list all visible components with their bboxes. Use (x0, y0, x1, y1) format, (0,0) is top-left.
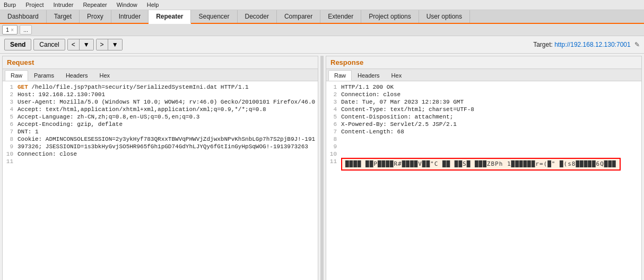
response-line: Content-Disposition: attachment; (341, 113, 639, 121)
response-line (341, 143, 639, 150)
request-line (18, 165, 316, 173)
response-line-number: 10 (328, 150, 337, 158)
nav-forward-group: > ▼ (96, 39, 123, 50)
tab-extender[interactable]: Extender (320, 10, 361, 23)
request-line: Accept-Language: zh-CN,zh;q=0.8,en-US;q=… (18, 113, 316, 121)
send-button[interactable]: Send (4, 39, 31, 50)
nav-forward-button[interactable]: > (97, 39, 108, 50)
menu-repeater[interactable]: Repeater (81, 1, 108, 9)
request-line-number: 9 (5, 143, 13, 150)
response-line: X-Powered-By: Servlet/2.5 JSP/2.1 (341, 121, 639, 128)
request-line: DNT: 1 (18, 128, 316, 135)
response-line: Content-Type: text/html; charset=UTF-8 (341, 106, 639, 113)
request-tab-params[interactable]: Params (28, 70, 60, 81)
repeater-tab-section: 1 × ... (0, 24, 644, 36)
menu-bar: Burp Project Intruder Repeater Window He… (0, 0, 644, 10)
request-line (18, 158, 316, 165)
edit-target-icon[interactable]: ✎ (634, 41, 640, 48)
tab-user-options[interactable]: User options (419, 10, 470, 23)
response-header: Response (326, 56, 641, 69)
menu-burp[interactable]: Burp (2, 1, 18, 9)
request-header: Request (3, 56, 318, 69)
tab-intruder[interactable]: Intruder (111, 10, 149, 23)
response-line-number: 1 (328, 83, 337, 91)
tab-repeater[interactable]: Repeater (149, 10, 191, 24)
tab-dashboard[interactable]: Dashboard (0, 10, 47, 23)
response-line-number: 9 (328, 143, 337, 150)
repeater-tab-dots[interactable]: ... (20, 25, 32, 35)
response-tabs: Raw Headers Hex (326, 69, 641, 81)
response-line (341, 135, 639, 143)
response-tab-raw[interactable]: Raw (328, 70, 352, 81)
request-tab-raw[interactable]: Raw (5, 70, 28, 81)
response-tab-hex[interactable]: Hex (386, 70, 408, 81)
main-container: Request Raw Params Headers Hex 123456789… (0, 54, 644, 280)
request-line-number: 7 (5, 128, 13, 135)
menu-project[interactable]: Project (24, 1, 45, 9)
target-url[interactable]: http://192.168.12.130:7001 (554, 41, 630, 48)
menu-help[interactable]: Help (145, 1, 161, 9)
request-line-number: 2 (5, 91, 13, 98)
tab-project-options[interactable]: Project options (361, 10, 419, 23)
tab-target[interactable]: Target (47, 10, 80, 23)
response-line: HTTP/1.1 200 OK (341, 83, 639, 91)
nav-back-dropdown-button[interactable]: ▼ (80, 39, 93, 50)
tab-proxy[interactable]: Proxy (80, 10, 111, 23)
response-line: Content-Length: 68 (341, 128, 639, 135)
request-content[interactable]: 1234567891011 GET /hello/file.jsp?path=s… (3, 81, 318, 280)
response-line-number: 7 (328, 128, 337, 135)
response-line-number: 8 (328, 135, 337, 143)
request-line-number: 3 (5, 98, 13, 106)
response-line-number: 2 (328, 91, 337, 98)
request-line: Connection: close (18, 150, 316, 158)
request-tabs: Raw Params Headers Hex (3, 69, 318, 81)
repeater-tab-1-close[interactable]: × (11, 27, 14, 33)
cancel-button[interactable]: Cancel (33, 39, 65, 50)
panel-divider[interactable] (320, 56, 324, 280)
repeater-tab-1-label: 1 (6, 27, 9, 33)
request-tab-hex[interactable]: Hex (94, 70, 116, 81)
response-content[interactable]: 1234567891011 HTTP/1.1 200 OKConnection:… (326, 81, 641, 280)
response-line (341, 150, 639, 158)
request-line: Cookie: ADMINCONSOLESESSION=2y3ykHyf783Q… (18, 135, 316, 150)
request-line: Host: 192.168.12.130:7001 (18, 91, 316, 98)
response-code-lines[interactable]: HTTP/1.1 200 OKConnection: closeDate: Tu… (340, 82, 640, 279)
response-panel: Response Raw Headers Hex 1234567891011 H… (326, 56, 642, 280)
request-tab-headers[interactable]: Headers (60, 70, 94, 81)
response-line: ████ ██P████R#████V██"C ██ ██S█ ███ZBPh … (341, 158, 639, 171)
target-info: Target: http://192.168.12.130:7001 ✎ (533, 41, 640, 48)
response-tab-headers[interactable]: Headers (352, 70, 386, 81)
response-line-number: 6 (328, 121, 337, 128)
request-line-number: 10 (5, 150, 13, 158)
menu-intruder[interactable]: Intruder (52, 1, 75, 9)
toolbar: Send Cancel < ▼ > ▼ Target: http://192.1… (0, 36, 644, 54)
request-code-area: 1234567891011 GET /hello/file.jsp?path=s… (4, 82, 317, 279)
tab-comparer[interactable]: Comparer (277, 10, 320, 23)
menu-window[interactable]: Window (115, 1, 139, 9)
request-line-number: 8 (5, 135, 13, 143)
response-line-number: 4 (328, 106, 337, 113)
main-tab-bar: Dashboard Target Proxy Intruder Repeater… (0, 10, 644, 24)
nav-back-group: < ▼ (67, 39, 94, 50)
nav-forward-dropdown-button[interactable]: ▼ (108, 39, 122, 50)
response-line-number: 3 (328, 98, 337, 106)
response-line-number: 11 (328, 158, 337, 165)
request-line-number: 11 (5, 158, 13, 165)
request-line-number: 5 (5, 113, 13, 121)
request-line: Accept: text/html,application/xhtml+xml,… (18, 106, 316, 113)
response-line-numbers: 1234567891011 (327, 82, 340, 279)
tab-sequencer[interactable]: Sequencer (191, 10, 237, 23)
tab-decoder[interactable]: Decoder (238, 10, 277, 23)
nav-back-button[interactable]: < (68, 39, 80, 50)
request-line-number: 6 (5, 121, 13, 128)
response-line: Date: Tue, 07 Mar 2023 12:28:39 GMT (341, 98, 639, 106)
response-line: Connection: close (341, 91, 639, 98)
response-code-area: 1234567891011 HTTP/1.1 200 OKConnection:… (327, 82, 640, 279)
target-label: Target: (533, 41, 553, 48)
repeater-tab-1[interactable]: 1 × (2, 25, 18, 35)
request-code-lines[interactable]: GET /hello/file.jsp?path=security/Serial… (16, 82, 317, 279)
request-line-number: 4 (5, 106, 13, 113)
request-line: GET /hello/file.jsp?path=security/Serial… (18, 83, 316, 91)
response-line-number: 5 (328, 113, 337, 121)
binary-content-highlight: ████ ██P████R#████V██"C ██ ██S█ ███ZBPh … (341, 158, 621, 171)
